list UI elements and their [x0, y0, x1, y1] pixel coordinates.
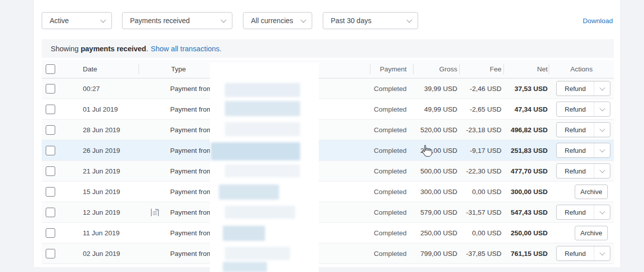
chevron-down-icon — [221, 17, 226, 23]
cell-gross: 579,00 USD — [414, 209, 460, 216]
refund-button-group: Refund — [556, 246, 610, 261]
row-checkbox[interactable] — [46, 84, 55, 94]
refund-dropdown-button[interactable] — [594, 143, 610, 157]
cell-date: 02 Jun 2019 — [71, 250, 139, 257]
refund-dropdown-button[interactable] — [594, 246, 610, 260]
table-body: 00:27 Payment from Completed 39,99 USD -… — [42, 78, 614, 264]
cell-payment-status: Completed — [370, 167, 414, 175]
status-filter-dropdown[interactable]: Active — [42, 12, 112, 29]
header-actions: Actions — [549, 60, 614, 78]
cell-gross: 261,00 USD — [414, 147, 460, 154]
refund-dropdown-button[interactable] — [594, 102, 610, 116]
header-net: Net — [504, 60, 549, 78]
cell-date: 21 Jun 2019 — [71, 167, 139, 175]
refund-button[interactable]: Refund — [557, 81, 594, 96]
cell-date: 15 Jun 2019 — [71, 188, 139, 196]
cell-actions: Refund — [549, 102, 614, 117]
row-checkbox[interactable] — [46, 228, 55, 238]
cell-type: Payment from — [139, 126, 370, 134]
header-date: Date — [71, 60, 139, 78]
cell-net: 477,70 USD — [504, 167, 549, 175]
refund-button-group: Refund — [556, 205, 610, 220]
show-all-transactions-link[interactable]: Show all transactions. — [151, 45, 221, 53]
row-checkbox[interactable] — [46, 187, 55, 197]
cell-actions: Archive Archive — [549, 226, 614, 240]
chevron-down-icon — [599, 106, 605, 111]
transactions-panel: Active Payments received All currencies … — [33, 0, 621, 267]
refund-button[interactable]: Refund — [557, 143, 594, 157]
table-row: 15 Jun 2019 Payment from Completed 300,0… — [42, 182, 614, 202]
row-checkbox[interactable] — [46, 146, 55, 155]
date-range-filter-value: Past 30 days — [331, 17, 371, 25]
cell-net: 37,53 USD — [504, 85, 549, 93]
refund-dropdown-button[interactable] — [594, 164, 610, 178]
row-checkbox[interactable] — [46, 166, 55, 176]
cell-fee: -23,18 USD — [460, 126, 504, 134]
cell-gross: 799,00 USD — [414, 250, 460, 257]
cell-type: Payment from — [139, 209, 370, 216]
cell-date: 26 Jun 2019 — [71, 147, 139, 154]
refund-button[interactable]: Refund — [557, 164, 594, 178]
cell-gross: 300,00 USD — [414, 188, 460, 196]
table-row: 21 Jun 2019 Payment from Completed 500,0… — [42, 161, 614, 182]
cell-payment-status: Completed — [370, 126, 414, 134]
cell-type: Payment from — [139, 106, 370, 113]
cell-date: 00:27 — [71, 85, 139, 93]
cell-payment-status: Completed — [370, 106, 414, 113]
cell-type: Payment from — [139, 250, 370, 257]
archive-button[interactable]: Archive — [575, 185, 608, 199]
cell-net: 300,00 USD — [504, 188, 549, 196]
table-row: 11 Jun 2019 Payment from Completed 250,0… — [42, 223, 614, 243]
cell-actions: Refund — [549, 122, 614, 137]
row-checkbox[interactable] — [46, 249, 55, 258]
cell-actions: Refund — [549, 81, 614, 96]
cell-actions: Refund — [549, 246, 614, 261]
notice-separator: . — [146, 45, 148, 53]
refund-dropdown-button[interactable] — [594, 205, 610, 219]
archive-button[interactable]: Archive — [575, 226, 608, 240]
cell-gross: 49,99 USD — [414, 106, 460, 113]
cell-net: 47,34 USD — [504, 106, 549, 113]
refund-button[interactable]: Refund — [557, 246, 594, 260]
row-checkbox[interactable] — [46, 125, 55, 135]
refund-button[interactable]: Refund — [557, 123, 594, 137]
cell-type: Payment from — [139, 188, 370, 196]
cell-payment-status: Completed — [370, 229, 414, 237]
refund-button-group: Refund — [556, 143, 610, 158]
header-fee: Fee — [460, 60, 504, 78]
refund-dropdown-button[interactable] — [594, 81, 610, 96]
table-row: 12 Jun 2019 Payment from Completed 579,0… — [42, 202, 614, 223]
row-checkbox[interactable] — [46, 208, 55, 217]
cell-net: 547,43 USD — [504, 209, 549, 216]
refund-dropdown-button[interactable] — [594, 123, 610, 137]
table-row: 00:27 Payment from Completed 39,99 USD -… — [42, 78, 614, 99]
currency-filter-value: All currencies — [251, 17, 293, 25]
status-filter-value: Active — [50, 17, 69, 25]
refund-button[interactable]: Refund — [557, 205, 594, 219]
cell-type: Payment from — [139, 85, 370, 93]
currency-filter-dropdown[interactable]: All currencies — [243, 12, 312, 29]
select-all-checkbox[interactable] — [46, 64, 55, 74]
date-range-filter-dropdown[interactable]: Past 30 days — [323, 12, 418, 29]
transaction-type-filter-value: Payments received — [130, 17, 190, 25]
cell-gross: 520,00 USD — [414, 126, 460, 134]
cell-payment-status: Completed — [370, 188, 414, 196]
cell-date: 01 Jul 2019 — [71, 106, 139, 113]
row-checkbox[interactable] — [46, 105, 55, 114]
table-row: 01 Jul 2019 Payment from Completed 49,99… — [42, 99, 614, 120]
showing-notice-bar: Showing payments received. Show all tran… — [42, 39, 614, 59]
cell-actions: Refund — [549, 143, 614, 158]
cell-net: 251,83 USD — [504, 147, 549, 154]
cell-type: Payment from — [139, 167, 370, 175]
cell-fee: -31,57 USD — [460, 209, 504, 216]
note-icon — [150, 209, 160, 216]
header-gross: Gross — [414, 60, 460, 78]
refund-button[interactable]: Refund — [557, 102, 594, 116]
header-payment: Payment — [370, 60, 414, 78]
cell-net: 496,82 USD — [504, 126, 549, 134]
notice-highlight: payments received — [81, 45, 147, 53]
transaction-type-filter-dropdown[interactable]: Payments received — [122, 12, 232, 29]
table-row: 02 Jun 2019 Payment from Completed 799,0… — [42, 243, 614, 264]
cell-actions: Refund — [549, 205, 614, 220]
download-link[interactable]: Download — [583, 17, 613, 25]
